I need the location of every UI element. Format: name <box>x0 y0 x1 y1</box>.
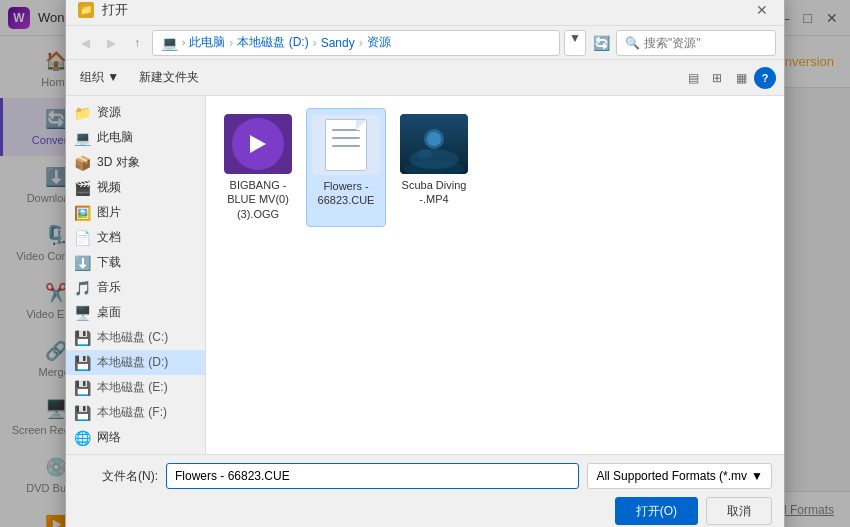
nav-refresh-button[interactable]: 🔄 <box>590 32 612 54</box>
pictures-icon: 🖼️ <box>74 205 91 221</box>
nav-search-box: 🔍 <box>616 30 776 56</box>
breadcrumb-computer[interactable]: 此电脑 <box>189 34 225 51</box>
sidebar-drive-c[interactable]: 💾 本地磁盘 (C:) <box>66 325 205 350</box>
svg-point-3 <box>409 149 459 169</box>
view-buttons: ▤ ⊞ ▦ ? <box>682 67 776 89</box>
dialog-bottom: 文件名(N): All Supported Formats (*.mv ▼ 打开… <box>66 454 784 527</box>
dialog-title: 打开 <box>102 1 752 19</box>
svg-point-6 <box>417 149 433 159</box>
dialog-help-button[interactable]: ? <box>754 67 776 89</box>
open-file-dialog: 📁 打开 ✕ ◀ ▶ ↑ 💻 › 此电脑 › 本地磁盘 (D:) › Sandy… <box>65 0 785 527</box>
ogg-thumbnail <box>224 114 292 174</box>
nav-bar: ◀ ▶ ↑ 💻 › 此电脑 › 本地磁盘 (D:) › Sandy › 资源 ▼… <box>66 26 784 60</box>
sidebar-resources[interactable]: 📁 资源 <box>66 100 205 125</box>
file-sidebar: 📁 资源 💻 此电脑 📦 3D 对象 🎬 视频 🖼️ 图片 <box>66 96 206 454</box>
sidebar-desktop[interactable]: 🖥️ 桌面 <box>66 300 205 325</box>
nav-back-button[interactable]: ◀ <box>74 32 96 54</box>
ogg-filename: BIGBANG - BLUE MV(0) (3).OGG <box>224 178 292 221</box>
dialog-close-button[interactable]: ✕ <box>752 0 772 20</box>
dialog-icon: 📁 <box>78 2 94 18</box>
filetype-dropdown-icon: ▼ <box>751 469 763 483</box>
breadcrumb-dropdown[interactable]: ▼ <box>564 30 586 56</box>
music-icon: 🎵 <box>74 280 91 296</box>
svg-marker-0 <box>250 135 266 153</box>
filetype-select[interactable]: All Supported Formats (*.mv ▼ <box>587 463 772 489</box>
sidebar-videos[interactable]: 🎬 视频 <box>66 175 205 200</box>
filename-label: 文件名(N): <box>78 468 158 485</box>
sidebar-documents[interactable]: 📄 文档 <box>66 225 205 250</box>
search-input[interactable] <box>644 36 794 50</box>
file-item-cue[interactable]: Flowers - 66823.CUE <box>306 108 386 227</box>
cue-thumbnail <box>312 115 380 175</box>
3d-icon: 📦 <box>74 155 91 171</box>
nav-forward-button[interactable]: ▶ <box>100 32 122 54</box>
file-main-area: BIGBANG - BLUE MV(0) (3).OGG <box>206 96 784 454</box>
organize-button[interactable]: 组织 ▼ <box>74 66 125 89</box>
sidebar-this-pc[interactable]: 💻 此电脑 <box>66 125 205 150</box>
breadcrumb-resources[interactable]: 资源 <box>367 34 391 51</box>
dialog-actions: 打开(O) 取消 <box>78 497 772 525</box>
sidebar-downloads[interactable]: ⬇️ 下载 <box>66 250 205 275</box>
file-explorer: 📁 资源 💻 此电脑 📦 3D 对象 🎬 视频 🖼️ 图片 <box>66 96 784 454</box>
sidebar-pictures[interactable]: 🖼️ 图片 <box>66 200 205 225</box>
drive-c-icon: 💾 <box>74 330 91 346</box>
file-item-ogg[interactable]: BIGBANG - BLUE MV(0) (3).OGG <box>218 108 298 227</box>
view-preview-button[interactable]: ▦ <box>730 67 752 89</box>
dialog-title-bar: 📁 打开 ✕ <box>66 0 784 26</box>
downloads-icon: ⬇️ <box>74 255 91 271</box>
open-button[interactable]: 打开(O) <box>615 497 698 525</box>
cancel-button[interactable]: 取消 <box>706 497 772 525</box>
svg-point-5 <box>427 132 441 146</box>
sidebar-3d-objects[interactable]: 📦 3D 对象 <box>66 150 205 175</box>
pc-icon: 💻 <box>74 130 91 146</box>
documents-icon: 📄 <box>74 230 91 246</box>
network-icon: 🌐 <box>74 430 91 446</box>
sidebar-drive-d[interactable]: 💾 本地磁盘 (D:) <box>66 350 205 375</box>
breadcrumb-icon: 💻 <box>161 35 178 51</box>
view-details-button[interactable]: ⊞ <box>706 67 728 89</box>
nav-up-button[interactable]: ↑ <box>126 32 148 54</box>
videos-icon: 🎬 <box>74 180 91 196</box>
breadcrumb-sandy[interactable]: Sandy <box>321 36 355 50</box>
desktop-icon: 🖥️ <box>74 305 91 321</box>
organize-label: 组织 ▼ <box>80 69 119 86</box>
nav-breadcrumb: 💻 › 此电脑 › 本地磁盘 (D:) › Sandy › 资源 <box>152 30 560 56</box>
drive-d-icon: 💾 <box>74 355 91 371</box>
filetype-label: All Supported Formats (*.mv <box>596 469 747 483</box>
sidebar-drive-f[interactable]: 💾 本地磁盘 (F:) <box>66 400 205 425</box>
sidebar-network[interactable]: 🌐 网络 <box>66 425 205 450</box>
sidebar-drive-e[interactable]: 💾 本地磁盘 (E:) <box>66 375 205 400</box>
file-item-mp4[interactable]: Scuba Diving -.MP4 <box>394 108 474 227</box>
breadcrumb-drive[interactable]: 本地磁盘 (D:) <box>237 34 308 51</box>
view-list-button[interactable]: ▤ <box>682 67 704 89</box>
mp4-thumbnail <box>400 114 468 174</box>
drive-f-icon: 💾 <box>74 405 91 421</box>
folder-icon: 📁 <box>74 105 91 121</box>
mp4-filename: Scuba Diving -.MP4 <box>400 178 468 207</box>
new-folder-button[interactable]: 新建文件夹 <box>133 66 205 89</box>
sidebar-music[interactable]: 🎵 音乐 <box>66 275 205 300</box>
search-icon: 🔍 <box>625 36 640 50</box>
cue-filename: Flowers - 66823.CUE <box>313 179 379 208</box>
drive-e-icon: 💾 <box>74 380 91 396</box>
dialog-overlay: 📁 打开 ✕ ◀ ▶ ↑ 💻 › 此电脑 › 本地磁盘 (D:) › Sandy… <box>0 0 850 527</box>
dialog-toolbar: 组织 ▼ 新建文件夹 ▤ ⊞ ▦ ? <box>66 60 784 96</box>
filename-row: 文件名(N): All Supported Formats (*.mv ▼ <box>78 463 772 489</box>
filename-input[interactable] <box>166 463 579 489</box>
